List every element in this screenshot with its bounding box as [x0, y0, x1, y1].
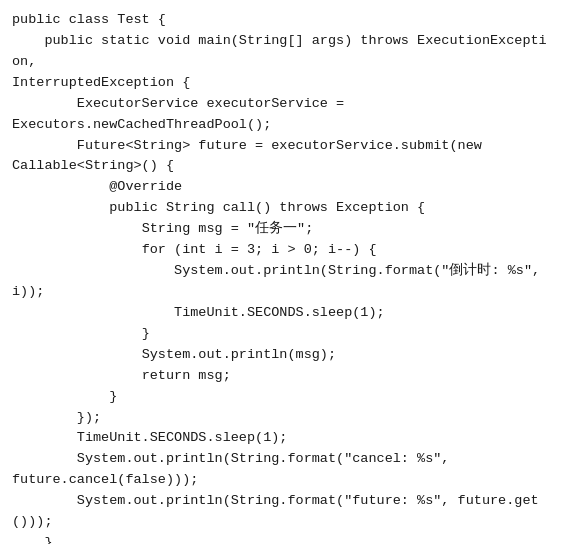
- code-line: });: [12, 408, 552, 429]
- code-line: public class Test {: [12, 10, 552, 31]
- code-line: System.out.println(msg);: [12, 345, 552, 366]
- code-line: Executors.newCachedThreadPool();: [12, 115, 552, 136]
- code-line: System.out.println(String.format("倒计时: %…: [12, 261, 552, 303]
- code-line: }: [12, 387, 552, 408]
- code-line: InterruptedException {: [12, 73, 552, 94]
- code-line: TimeUnit.SECONDS.sleep(1);: [12, 428, 552, 449]
- code-line: TimeUnit.SECONDS.sleep(1);: [12, 303, 552, 324]
- code-line: }: [12, 533, 552, 544]
- code-line: future.cancel(false)));: [12, 470, 552, 491]
- code-line: System.out.println(String.format("future…: [12, 491, 552, 533]
- code-line: }: [12, 324, 552, 345]
- code-line: String msg = "任务一";: [12, 219, 552, 240]
- code-line: public static void main(String[] args) t…: [12, 31, 552, 73]
- code-line: System.out.println(String.format("cancel…: [12, 449, 552, 470]
- code-line: public String call() throws Exception {: [12, 198, 552, 219]
- code-block: public class Test { public static void m…: [0, 0, 564, 544]
- code-line: return msg;: [12, 366, 552, 387]
- code-line: Future<String> future = executorService.…: [12, 136, 552, 157]
- code-line: @Override: [12, 177, 552, 198]
- code-line: Callable<String>() {: [12, 156, 552, 177]
- code-line: ExecutorService executorService =: [12, 94, 552, 115]
- code-line: for (int i = 3; i > 0; i--) {: [12, 240, 552, 261]
